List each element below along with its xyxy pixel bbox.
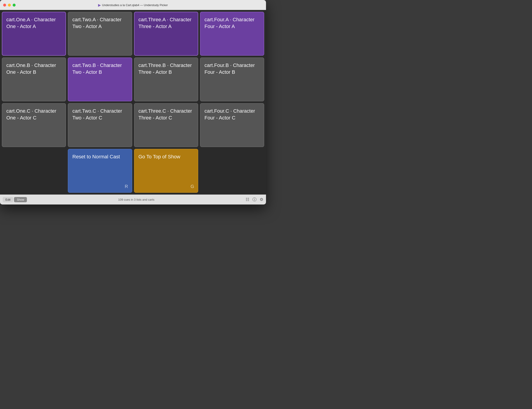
card-four-a[interactable]: cart.Four.A · Character Four - Actor A <box>200 12 264 56</box>
info-icon[interactable]: ⓘ <box>252 197 256 202</box>
card-label-three-c: cart.Three.C · Character Three - Actor C <box>139 108 194 121</box>
card-grid: cart.One.A · Character One - Actor Acart… <box>0 10 266 195</box>
card-three-c[interactable]: cart.Three.C · Character Three - Actor C <box>134 103 198 147</box>
settings-icon[interactable]: ⚙ <box>260 197 263 202</box>
card-goto-top[interactable]: Go To Top of ShowG <box>134 149 198 193</box>
card-four-c[interactable]: cart.Four.C · Character Four - Actor C <box>200 103 264 147</box>
card-empty-r4-c4 <box>200 149 264 193</box>
card-two-a[interactable]: cart.Two.A · Character Two - Actor A <box>68 12 132 56</box>
title-bar: ▶ Understudies a la Cart.qlab4 — Underst… <box>0 0 266 10</box>
card-label-four-b: cart.Four.B · Character Four - Actor B <box>205 62 260 75</box>
status-text: 109 cues in 3 lists and carts <box>27 198 246 201</box>
traffic-lights <box>3 4 16 7</box>
card-two-b[interactable]: cart.Two.B · Character Two - Actor B <box>68 57 132 101</box>
card-label-three-a: cart.Three.A · Character Three - Actor A <box>139 16 194 30</box>
card-label-four-c: cart.Four.C · Character Four - Actor C <box>205 108 260 121</box>
card-four-b[interactable]: cart.Four.B · Character Four - Actor B <box>200 57 264 101</box>
card-label-four-a: cart.Four.A · Character Four - Actor A <box>205 16 260 30</box>
show-button[interactable]: Show <box>14 197 27 202</box>
card-label-two-c: cart.Two.C · Character Two - Actor C <box>72 108 127 121</box>
card-three-a[interactable]: cart.Three.A · Character Three - Actor A <box>134 12 198 56</box>
card-two-c[interactable]: cart.Two.C · Character Two - Actor C <box>68 103 132 147</box>
close-button[interactable] <box>3 4 6 7</box>
card-three-b[interactable]: cart.Three.B · Character Three - Actor B <box>134 57 198 101</box>
card-one-a[interactable]: cart.One.A · Character One - Actor A <box>2 12 66 56</box>
minimize-button[interactable] <box>8 4 11 7</box>
maximize-button[interactable] <box>13 4 16 7</box>
card-label-three-b: cart.Three.B · Character Three - Actor B <box>139 62 194 75</box>
card-label-one-b: cart.One.B · Character One - Actor B <box>6 62 62 75</box>
card-label-two-a: cart.Two.A · Character Two - Actor A <box>72 16 127 30</box>
bottom-bar-left: Edit Show <box>3 197 27 202</box>
card-shortcut-goto-top: G <box>190 184 194 189</box>
card-one-c[interactable]: cart.One.C · Character One - Actor C <box>2 103 66 147</box>
bottom-bar-right: ☷ ⓘ ⚙ <box>246 197 263 202</box>
app-icon: ▶ <box>98 3 101 7</box>
card-label-reset: Reset to Normal Cast <box>72 153 127 160</box>
edit-button[interactable]: Edit <box>3 197 13 202</box>
list-icon[interactable]: ☷ <box>246 197 249 202</box>
bottom-bar: Edit Show 109 cues in 3 lists and carts … <box>0 195 266 204</box>
card-label-two-b: cart.Two.B · Character Two - Actor B <box>72 62 127 75</box>
window-title: Understudies a la Cart.qlab4 — Understud… <box>102 3 168 7</box>
card-reset[interactable]: Reset to Normal CastR <box>68 149 132 193</box>
card-empty-r4-c1 <box>2 149 66 193</box>
card-label-one-c: cart.One.C · Character One - Actor C <box>6 108 62 121</box>
card-shortcut-reset: R <box>125 184 128 189</box>
card-label-goto-top: Go To Top of Show <box>139 153 194 160</box>
card-label-one-a: cart.One.A · Character One - Actor A <box>6 16 62 30</box>
card-one-b[interactable]: cart.One.B · Character One - Actor B <box>2 57 66 101</box>
